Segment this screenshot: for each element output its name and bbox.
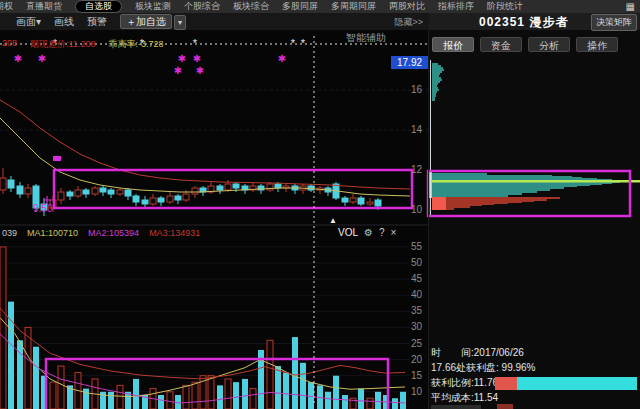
- price-tick: 16: [411, 84, 437, 95]
- stock-name: 漫步者: [529, 15, 568, 29]
- volume-tick: 55: [411, 241, 437, 252]
- volume-prefix: 039: [2, 228, 17, 238]
- menu-item-个股综合[interactable]: 个股综合: [184, 0, 220, 13]
- menu-item-两股对比[interactable]: 两股对比: [389, 0, 425, 13]
- loss-portion-bar: [495, 377, 517, 390]
- volume-ma2-value: MA2:105394: [88, 228, 139, 238]
- stock-title: 002351 漫步者: [479, 14, 568, 31]
- svg-text:✱: ✱: [193, 53, 201, 64]
- help-icon[interactable]: ?: [379, 227, 385, 238]
- bias-value: 乖离率:-3.728: [108, 38, 163, 51]
- menu-item-指标排序[interactable]: 指标排序: [438, 0, 474, 13]
- indicator-readout-row: 208 期现差价:11.208 乖离率:-3.728: [2, 38, 163, 51]
- top-menu-bar: 期权直播期货自选股板块监测个股综合板块综合多股同屏多周期同屏两股对比指标排序阶段…: [0, 0, 640, 13]
- smart-assist-label[interactable]: 智能辅助: [346, 31, 386, 45]
- close-icon[interactable]: ×: [391, 227, 397, 238]
- time-label: 时 间:: [431, 347, 474, 358]
- volume-tick: 35: [411, 305, 437, 316]
- futures-spread-value: 期现差价:11.208: [30, 38, 95, 51]
- svg-text:▲: ▲: [329, 216, 337, 225]
- settings-gear-icon[interactable]: ⚙: [364, 227, 373, 238]
- menu-item-多周期同屏[interactable]: 多周期同屏: [331, 0, 376, 13]
- add-favorite-button[interactable]: ＋加自选: [120, 14, 172, 29]
- volume-tick: 50: [411, 257, 437, 268]
- svg-text:✱: ✱: [174, 65, 182, 76]
- svg-text:✱: ✱: [38, 53, 46, 64]
- profit-ratio-label: 获利比例:: [431, 377, 474, 388]
- svg-text:*: *: [301, 37, 306, 49]
- avg-cost-value: 11.54: [474, 392, 498, 403]
- svg-text:*: *: [291, 37, 296, 49]
- menu-item-板块综合[interactable]: 板块综合: [233, 0, 269, 13]
- profit-point-value: 99.96%: [502, 362, 536, 373]
- svg-text:✱: ✱: [178, 53, 186, 64]
- avg-cost-label: 平均成本:: [431, 392, 474, 403]
- menu-item-阶段统计[interactable]: 阶段统计: [487, 0, 523, 13]
- price-tick: 12: [411, 164, 437, 175]
- time-value: 2017/06/26: [474, 347, 524, 358]
- chart-toolbar: 画面▾ 画线 预警 ＋加自选▾ 隐藏>>: [0, 13, 429, 30]
- drawline-button[interactable]: 画线: [54, 15, 74, 29]
- volume-indicator-row: 039 MA1:100710 MA2:105394 MA3:134931: [2, 228, 200, 238]
- indicator-prefix: 208: [2, 38, 17, 51]
- avg-cost-row: 平均成本:11.54: [431, 390, 639, 405]
- svg-text:9.50: 9.50: [33, 203, 53, 214]
- svg-text:✱: ✱: [196, 65, 204, 76]
- stock-header: 002351 漫步者 决策矩阵: [429, 13, 640, 30]
- volume-ma1-value: MA1:100710: [27, 228, 78, 238]
- profit-portion-bar: [517, 377, 637, 390]
- profit-ratio-bar: [495, 377, 637, 390]
- menu-item-直播期货[interactable]: 直播期货: [26, 0, 62, 13]
- profit-point-row: 17.66处获利盘: 99.96%: [431, 360, 639, 375]
- volume-ma3-value: MA3:134931: [149, 228, 200, 238]
- menu-item-多股同屏[interactable]: 多股同屏: [282, 0, 318, 13]
- volume-pane-tools: VOL ⚙ ? ×: [338, 227, 396, 238]
- alert-button[interactable]: 预警: [87, 15, 107, 29]
- vol-label: VOL: [338, 227, 358, 238]
- current-price-tag: 17.92: [391, 56, 428, 69]
- clipped-bottom-row: [431, 404, 636, 409]
- decision-matrix-button[interactable]: 决策矩阵: [591, 14, 637, 31]
- price-tick: 14: [411, 124, 437, 135]
- svg-text:*: *: [193, 37, 198, 49]
- volume-tick: 45: [411, 273, 437, 284]
- menu-item-自选股[interactable]: 自选股: [75, 0, 122, 13]
- time-row: 时 间:2017/06/26: [431, 345, 639, 360]
- svg-text:✱: ✱: [14, 53, 22, 64]
- screen-menu[interactable]: 画面▾: [16, 15, 41, 29]
- price-tick: 10: [411, 204, 437, 215]
- grid-layout-icon[interactable]: ▦: [626, 0, 635, 13]
- profit-point-label: 17.66处获利盘:: [431, 362, 499, 373]
- stock-code: 002351: [479, 15, 525, 29]
- volume-tick: 30: [411, 321, 437, 332]
- stock-app-window: 期权直播期货自选股板块监测个股综合板块综合多股同屏多周期同屏两股对比指标排序阶段…: [0, 0, 640, 409]
- volume-tick: 40: [411, 289, 437, 300]
- chip-stats-panel: 时 间:2017/06/26 17.66处获利盘: 99.96% 获利比例:11…: [431, 345, 639, 405]
- menu-item-期权[interactable]: 期权: [0, 0, 13, 13]
- svg-text:✱: ✱: [278, 53, 286, 64]
- add-favorite-dropdown-icon[interactable]: ▾: [174, 15, 186, 30]
- menu-item-板块监测[interactable]: 板块监测: [135, 0, 171, 13]
- hide-panel-link[interactable]: 隐藏>>: [394, 16, 423, 29]
